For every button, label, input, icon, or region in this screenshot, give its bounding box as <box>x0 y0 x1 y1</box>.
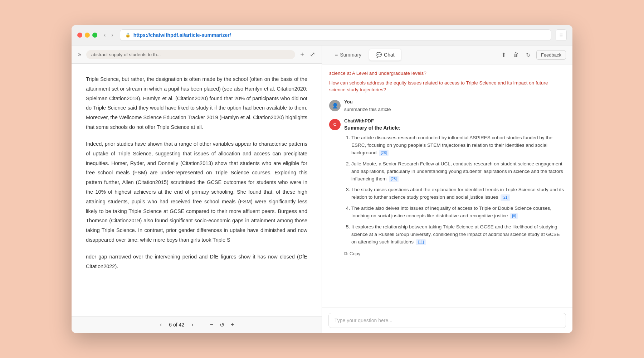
menu-button[interactable]: ≡ <box>556 29 567 41</box>
user-sender-label: You <box>344 99 565 105</box>
bot-avatar: C <box>329 119 341 130</box>
user-message-text: summarize this article <box>344 106 565 113</box>
pdf-toolbar-actions: + ⤢ <box>299 49 317 60</box>
feedback-button[interactable]: Feedback <box>536 50 566 60</box>
zoom-in-button[interactable]: + <box>229 320 236 329</box>
summary-item-3-text: The study raises questions about the exp… <box>351 187 564 200</box>
user-message-body: You summarize this article <box>344 99 565 113</box>
user-avatar: 👤 <box>329 100 341 111</box>
refresh-button[interactable]: ↻ <box>525 50 532 60</box>
copy-button[interactable]: ⧉ Copy <box>344 249 360 259</box>
url-display: https://chatwithpdf.ai/article-summarize… <box>133 32 231 38</box>
forward-button[interactable]: › <box>109 30 115 40</box>
summary-item-5-text: It explores the relationship between tak… <box>351 224 560 245</box>
list-item: It explores the relationship between tak… <box>351 223 565 246</box>
suggested-question-2[interactable]: How can schools address the equity issue… <box>329 80 565 93</box>
lock-icon: 🔒 <box>125 33 131 38</box>
summary-icon: ≡ <box>335 52 338 58</box>
close-traffic-light[interactable] <box>77 33 82 38</box>
page-info: 6 of 42 <box>169 322 184 328</box>
summary-title: Summary of the Article: <box>344 125 565 131</box>
copy-label: Copy <box>350 251 360 256</box>
expand-button[interactable]: ⤢ <box>308 49 317 60</box>
suggested-questions: science at A Level and undergraduate lev… <box>329 70 565 93</box>
traffic-lights <box>77 33 97 38</box>
document-title: abstract supply of students to th... <box>86 50 296 59</box>
minimize-traffic-light[interactable] <box>85 33 90 38</box>
list-item: The study raises questions about the exp… <box>351 186 565 201</box>
add-document-button[interactable]: + <box>299 49 306 60</box>
summary-item-4-text: The article also delves into issues of i… <box>351 205 551 218</box>
summary-list: The article discusses research conducted… <box>344 134 565 246</box>
pdf-nav-bar: ‹ 6 of 42 › − ↺ + <box>72 316 322 333</box>
citation-badge-4[interactable]: [8] <box>510 213 518 219</box>
previous-page-button[interactable]: ‹ <box>157 320 165 329</box>
browser-window: ‹ › 🔒 https://chatwithpdf.ai/article-sum… <box>72 25 572 333</box>
chat-messages: science at A Level and undergraduate lev… <box>322 64 572 308</box>
list-item: The article also delves into issues of i… <box>351 205 565 220</box>
share-button[interactable]: ⬆ <box>500 50 507 60</box>
maximize-traffic-light[interactable] <box>92 33 97 38</box>
chat-toolbar: ≡ Summary 💬 Chat ⬆ 🗑 ↻ Feedback <box>322 45 572 64</box>
nav-buttons: ‹ › <box>102 30 116 40</box>
suggested-question-1[interactable]: science at A Level and undergraduate lev… <box>329 70 565 77</box>
bot-message-body: ChatWithPDF Summary of the Article: The … <box>344 118 565 259</box>
bot-sender-label: ChatWithPDF <box>344 118 565 124</box>
tab-summary[interactable]: ≡ Summary <box>328 49 368 61</box>
tab-chat[interactable]: 💬 Chat <box>369 49 401 61</box>
chat-input-area <box>322 308 572 333</box>
zoom-out-button[interactable]: − <box>208 320 215 329</box>
pdf-paragraph-2: Indeed, prior studies have shown that a … <box>86 139 307 245</box>
bot-message: C ChatWithPDF Summary of the Article: Th… <box>329 118 565 259</box>
chat-toolbar-right: ⬆ 🗑 ↻ Feedback <box>500 50 566 60</box>
pdf-content: Triple Science, but rather, the designat… <box>72 64 322 316</box>
copy-icon: ⧉ <box>344 251 347 257</box>
citation-badge-2[interactable]: [28] <box>389 176 399 182</box>
zoom-controls: − ↺ + <box>208 320 236 329</box>
pdf-toolbar: » abstract supply of students to th... +… <box>72 45 322 64</box>
citation-badge-3[interactable]: [21] <box>501 194 510 201</box>
pdf-panel: » abstract supply of students to th... +… <box>72 45 322 333</box>
app-content: » abstract supply of students to th... +… <box>72 45 572 333</box>
list-item: Julie Moote, a Senior Research Fellow at… <box>351 160 565 183</box>
pdf-paragraph-3: nder gap narrowed over the intervening p… <box>86 252 307 271</box>
tab-summary-label: Summary <box>340 52 361 58</box>
user-message: 👤 You summarize this article <box>329 99 565 113</box>
chat-input[interactable] <box>328 313 566 328</box>
pdf-paragraph-1: Triple Science, but rather, the designat… <box>86 74 307 132</box>
chat-icon: 💬 <box>376 52 382 58</box>
collapse-button[interactable]: » <box>77 50 83 59</box>
citation-badge-1[interactable]: [28] <box>379 150 389 156</box>
list-item: The article discusses research conducted… <box>351 134 565 157</box>
address-bar[interactable]: 🔒 https://chatwithpdf.ai/article-summari… <box>120 29 551 41</box>
delete-button[interactable]: 🗑 <box>512 50 520 59</box>
zoom-reset-button[interactable]: ↺ <box>218 320 226 329</box>
chat-panel: ≡ Summary 💬 Chat ⬆ 🗑 ↻ Feedback science <box>322 45 572 333</box>
next-page-button[interactable]: › <box>189 320 196 329</box>
summary-item-2-text: Julie Moote, a Senior Research Fellow at… <box>351 161 563 182</box>
browser-chrome: ‹ › 🔒 https://chatwithpdf.ai/article-sum… <box>72 25 572 45</box>
back-button[interactable]: ‹ <box>102 30 108 40</box>
tab-chat-label: Chat <box>384 52 395 58</box>
citation-badge-5[interactable]: [11] <box>416 239 426 246</box>
